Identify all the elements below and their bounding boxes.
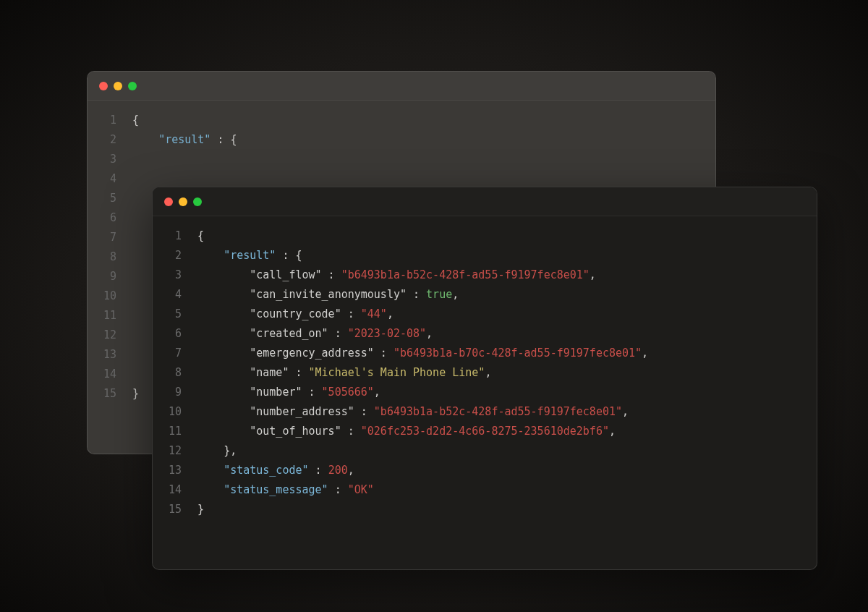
code-line: 1{	[158, 226, 804, 246]
line-content: "country_code" : "44",	[197, 305, 393, 324]
line-content: }	[132, 384, 139, 404]
line-content: "status_code" : 200,	[197, 461, 354, 480]
title-bar-back	[88, 72, 715, 101]
minimize-icon[interactable]	[179, 197, 187, 206]
line-number: 10	[93, 286, 116, 306]
maximize-icon[interactable]	[193, 197, 202, 206]
line-number: 11	[158, 422, 182, 441]
line-content: "number" : "505666",	[197, 383, 380, 402]
line-number: 3	[158, 265, 182, 285]
line-content: },	[197, 441, 237, 461]
line-number: 4	[93, 169, 116, 189]
line-number: 13	[158, 461, 182, 480]
code-line: 1{	[93, 111, 702, 130]
line-number: 13	[93, 345, 116, 365]
code-line: 13 "status_code" : 200,	[158, 461, 804, 480]
close-icon[interactable]	[164, 197, 173, 206]
code-line: 8 "name" : "Michael's Main Phone Line",	[158, 363, 804, 383]
code-line: 12 },	[158, 441, 804, 461]
line-content: "created_on" : "2023-02-08",	[197, 324, 433, 344]
line-number: 12	[93, 326, 116, 345]
code-line: 2 "result" : {	[158, 246, 804, 265]
line-number: 6	[158, 324, 182, 344]
line-content: "name" : "Michael's Main Phone Line",	[197, 363, 491, 383]
line-content: "result" : {	[132, 130, 237, 150]
code-line: 14 "status_message" : "OK"	[158, 480, 804, 500]
code-line: 7 "emergency_address" : "b6493b1a-b70c-4…	[158, 344, 804, 363]
code-area-front: 1{2 "result" : {3 "call_flow" : "b6493b1…	[153, 216, 817, 530]
line-number: 4	[158, 285, 182, 305]
code-line: 15}	[158, 500, 804, 519]
line-number: 5	[158, 305, 182, 324]
line-number: 15	[158, 500, 182, 519]
code-line: 5 "country_code" : "44",	[158, 305, 804, 324]
line-content: {	[132, 111, 139, 130]
line-number: 14	[93, 365, 116, 384]
line-number: 1	[158, 226, 182, 246]
code-line: 3	[93, 150, 702, 169]
code-line: 4 "can_invite_anonymously" : true,	[158, 285, 804, 305]
line-content: "result" : {	[197, 246, 302, 265]
line-content	[132, 150, 184, 169]
code-line: 2 "result" : {	[93, 130, 702, 150]
line-number: 1	[93, 111, 116, 130]
line-number: 6	[93, 208, 116, 228]
line-number: 8	[158, 363, 182, 383]
line-number: 3	[93, 150, 116, 169]
code-line: 11 "out_of_hours" : "026fc253-d2d2-4c66-…	[158, 422, 804, 441]
line-number: 10	[158, 402, 182, 422]
close-icon[interactable]	[99, 82, 108, 90]
line-number: 2	[158, 246, 182, 265]
line-number: 9	[93, 267, 116, 286]
line-content: {	[197, 226, 204, 246]
line-content: "can_invite_anonymously" : true,	[197, 285, 459, 305]
line-content: "out_of_hours" : "026fc253-d2d2-4c66-827…	[197, 422, 616, 441]
code-line: 10 "number_address" : "b6493b1a-b52c-428…	[158, 402, 804, 422]
minimize-icon[interactable]	[114, 82, 122, 90]
line-content: "status_message" : "OK"	[197, 480, 374, 500]
code-line: 4	[93, 169, 702, 189]
line-number: 15	[93, 384, 116, 404]
line-content: "number_address" : "b6493b1a-b52c-428f-a…	[197, 402, 629, 422]
title-bar-front	[153, 187, 817, 216]
line-content: "emergency_address" : "b6493b1a-b70c-428…	[197, 344, 648, 363]
line-number: 7	[93, 228, 116, 247]
maximize-icon[interactable]	[128, 82, 137, 90]
line-number: 14	[158, 480, 182, 500]
line-number: 5	[93, 189, 116, 208]
line-number: 9	[158, 383, 182, 402]
code-window-front: 1{2 "result" : {3 "call_flow" : "b6493b1…	[152, 187, 817, 570]
line-number: 2	[93, 130, 116, 150]
line-number: 12	[158, 441, 182, 461]
code-line: 6 "created_on" : "2023-02-08",	[158, 324, 804, 344]
line-number: 7	[158, 344, 182, 363]
line-content: }	[197, 500, 204, 519]
code-line: 9 "number" : "505666",	[158, 383, 804, 402]
code-line: 3 "call_flow" : "b6493b1a-b52c-428f-ad55…	[158, 265, 804, 285]
line-number: 11	[93, 306, 116, 326]
line-number: 8	[93, 247, 116, 267]
line-content: "call_flow" : "b6493b1a-b52c-428f-ad55-f…	[197, 265, 596, 285]
